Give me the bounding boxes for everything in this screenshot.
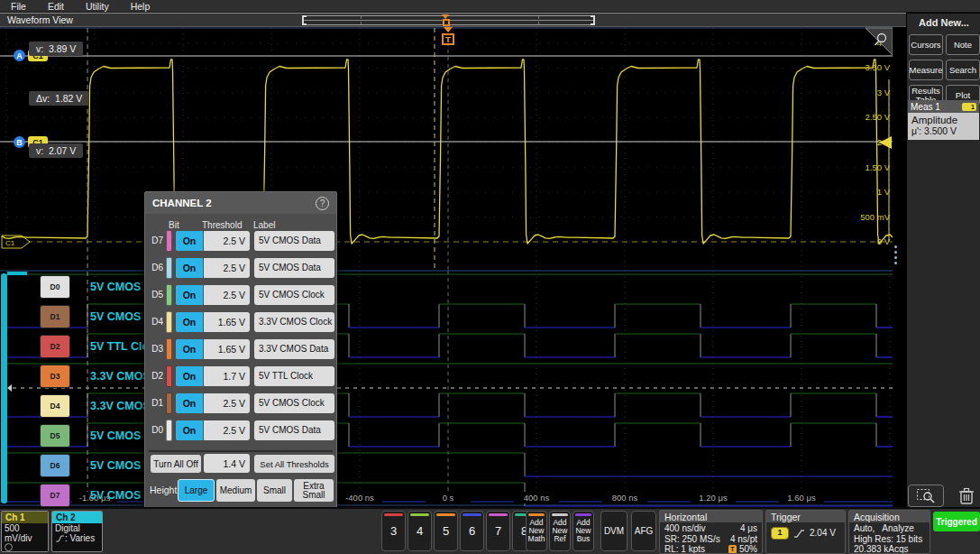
channel-4-button[interactable]: 4 [408,511,432,551]
menu-edit[interactable]: Edit [48,1,64,12]
cursor-b-readout[interactable]: v: 2.07 V [29,143,83,158]
horizontal-panel-title: Horizontal [660,511,762,522]
channel-6-button[interactable]: 6 [460,511,484,551]
add-color-strip [528,513,545,516]
ch2-badge-header: Ch 2 [52,512,102,523]
digital-group-handle[interactable] [1,273,7,503]
digital-chip-d7[interactable]: D7 [40,484,70,507]
add-color-strip [552,513,568,516]
bit-label-d7: D7 [148,231,163,251]
set-all-thresholds-button[interactable]: Set All Thresholds [254,455,334,473]
box-zoom-button[interactable] [908,485,944,507]
threshold-input-d5[interactable]: 2.5 V [204,285,250,305]
digital-chip-d5[interactable]: D5 [40,424,70,448]
add-new-title: Add New... [907,17,980,28]
voltage-label: 1.50 V [866,162,891,172]
channel2-dialog[interactable]: CHANNEL 2 ? Bit Threshold Label D7On2.5 … [144,191,337,508]
overview-tick [538,16,539,24]
overview-right-bracket[interactable] [591,15,595,25]
threshold-input-d1[interactable]: 2.5 V [204,393,250,413]
channel-7-button[interactable]: 7 [486,511,510,551]
channel-3-button[interactable]: 3 [381,511,406,551]
trigger-panel[interactable]: Trigger 1 2.04 V [765,510,846,554]
column-header-label: Label [253,220,275,230]
label-input-d4[interactable]: 3.3V CMOS Clock [254,312,334,332]
threshold-input-d0[interactable]: 2.5 V [204,420,250,440]
box-zoom-icon [916,488,936,503]
drawer-handle[interactable] [894,245,898,267]
channel-color-strip [410,513,429,516]
digital-group-handle-stub [7,272,27,275]
menu-file[interactable]: File [11,1,26,12]
add-new-ref-button[interactable]: Add New Ref [549,511,571,551]
digital-chip-d6[interactable]: D6 [40,454,70,477]
add-new-note-button[interactable]: Note [946,34,980,55]
cursor-b-badge[interactable]: B [14,136,25,148]
overview-left-bracket[interactable] [302,15,307,25]
menu-utility[interactable]: Utility [86,1,109,12]
digital-chip-d0[interactable]: D0 [40,275,70,299]
turn-all-off-button[interactable]: Turn All Off [151,455,201,473]
channel-color-strip [436,513,455,516]
cursor-a-badge[interactable]: A [14,50,25,61]
svg-text:C1: C1 [5,239,15,247]
label-input-d2[interactable]: 5V TTL Clock [254,366,334,386]
toggle-on-label: On [176,258,203,278]
add-new-measure-button[interactable]: Measure [909,60,943,80]
measurement-badge[interactable]: Meas 1 1 Amplitude μ': 3.500 V [908,100,979,140]
label-input-d7[interactable]: 5V CMOS Data [254,231,334,251]
label-input-d0[interactable]: 5V CMOS Data [254,420,334,440]
trigger-position-marker[interactable]: T [441,27,455,46]
horizontal-panel[interactable]: Horizontal 400 ns/div4 μs SR: 250 MS/s4 … [659,510,763,554]
add-new-bus-button[interactable]: Add New Bus [572,511,594,551]
label-input-d3[interactable]: 3.3V CMOS Data [254,339,334,359]
height-option-small[interactable]: Small [257,479,292,502]
height-option-medium[interactable]: Medium [216,479,255,502]
channel-color-strip [489,513,508,516]
height-option-large[interactable]: Large [178,479,215,502]
tab-waveform-view[interactable]: Waveform View [7,14,73,25]
threshold-input-d2[interactable]: 1.7 V [204,366,250,386]
trash-button[interactable] [953,485,980,507]
dvm-button[interactable]: DVM [600,511,627,551]
add-new-cursors-button[interactable]: Cursors [909,34,943,55]
digital-chip-d2[interactable]: D2 [40,335,70,358]
add-new-search-button[interactable]: Search [946,60,980,80]
ch2-badge[interactable]: Ch 2 Digital : Varies [51,511,103,552]
cursor-a-readout[interactable]: v: 3.89 V [29,42,83,56]
measurement-name: Amplitude [911,115,975,125]
all-threshold-input[interactable]: 1.4 V [204,454,250,473]
label-input-d1[interactable]: 5V CMOS Clock [254,393,334,413]
horizontal-overview[interactable] [302,15,595,25]
threshold-input-d7[interactable]: 2.5 V [204,231,250,251]
horizontal-scale: 400 ns/div [664,523,706,534]
channel-5-button[interactable]: 5 [434,511,458,551]
threshold-input-d3[interactable]: 1.65 V [204,339,250,359]
bit-color-chip-d2 [166,365,172,387]
label-input-d6[interactable]: 5V CMOS Data [254,258,334,278]
acq-analyze: Analyze [882,523,914,534]
ch1-badge[interactable]: Ch 1 500 mV/div 100 MHz [1,511,49,552]
threshold-input-d6[interactable]: 2.5 V [204,258,250,278]
acquisition-panel[interactable]: Acquisition Auto,Analyze High Res: 15 bi… [848,510,930,554]
help-icon[interactable]: ? [316,197,329,210]
dialog-header[interactable]: CHANNEL 2 ? [145,192,336,214]
digital-chip-d1[interactable]: D1 [40,305,70,328]
digital-chip-d3[interactable]: D3 [40,365,70,388]
horizontal-position: 50% [739,544,757,554]
cursor-delta-readout[interactable]: Δv: 1.82 V [29,91,89,106]
threshold-input-d4[interactable]: 1.65 V [204,312,250,332]
measurement-badge-header[interactable]: Meas 1 1 [908,100,979,113]
ch2-threshold: : Varies [65,534,95,544]
bit-label-d5: D5 [148,285,163,305]
add-new-math-button[interactable]: Add New Math [526,511,547,551]
menu-help[interactable]: Help [131,1,151,12]
ch1-bandwidth: 100 MHz [5,550,41,552]
overview-trigger-box-icon[interactable] [443,19,450,26]
digital-chip-d4[interactable]: D4 [40,394,70,418]
add-color-strip [575,513,591,516]
toggle-on-label: On [176,393,203,413]
afg-button[interactable]: AFG [631,511,656,551]
height-option-extra-small[interactable]: Extra Small [294,479,334,502]
label-input-d5[interactable]: 5V CMOS Clock [254,285,334,305]
